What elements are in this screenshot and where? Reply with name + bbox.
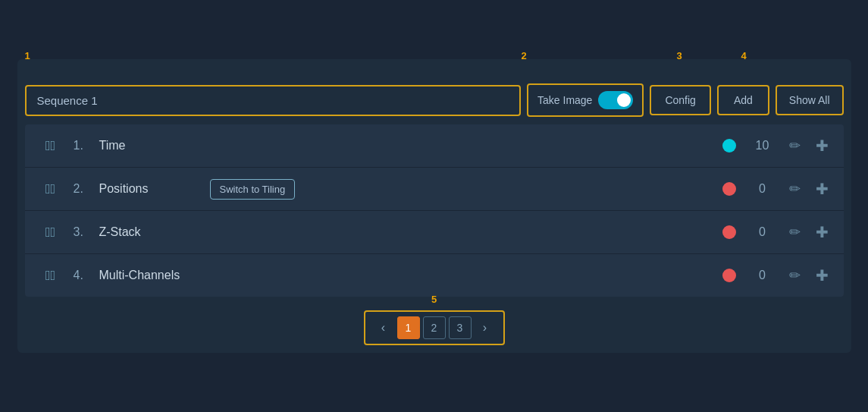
header-row: Take Image Config Add Show All bbox=[25, 83, 844, 117]
status-dot-1 bbox=[722, 139, 736, 153]
move-icon-2[interactable]: ✚ bbox=[816, 180, 829, 198]
pagination-next[interactable]: › bbox=[475, 317, 496, 338]
pagination-page-1[interactable]: 1 bbox=[397, 316, 420, 339]
switch-to-tiling-button[interactable]: Switch to Tiling bbox=[210, 179, 296, 200]
seq-count-3: 0 bbox=[751, 225, 774, 239]
pagination: ‹ 1 2 3 › bbox=[364, 310, 505, 345]
config-button[interactable]: Config bbox=[650, 85, 710, 115]
seq-name-4: Multi-Channels bbox=[99, 269, 198, 282]
edit-icon-3[interactable]: ✏ bbox=[789, 224, 801, 241]
edit-icon-1[interactable]: ✏ bbox=[789, 137, 801, 154]
seq-count-1: 10 bbox=[751, 139, 774, 153]
seq-name-1: Time bbox=[99, 139, 198, 153]
move-icon-3[interactable]: ✚ bbox=[816, 223, 829, 241]
seq-num-2: 2. bbox=[74, 182, 95, 196]
take-image-toggle[interactable] bbox=[598, 91, 633, 109]
table-row: ✓⃝ 1. Time 10 ✏ ✚ bbox=[25, 124, 844, 168]
move-icon-4[interactable]: ✚ bbox=[816, 266, 829, 285]
pagination-page-2[interactable]: 2 bbox=[423, 316, 446, 339]
check-icon-1: ✓⃝ bbox=[40, 135, 61, 156]
show-all-button[interactable]: Show All bbox=[776, 85, 844, 115]
toggle-track bbox=[598, 91, 633, 109]
table-row: ✓⃝ 4. Multi-Channels 0 ✏ ✚ bbox=[25, 254, 844, 297]
toggle-thumb bbox=[617, 93, 631, 107]
check-icon-4: ✓⃝ bbox=[40, 265, 61, 286]
seq-name-2: Positions bbox=[99, 182, 198, 196]
pagination-prev[interactable]: ‹ bbox=[373, 317, 394, 338]
check-icon-3: ✓⃝ bbox=[40, 222, 61, 243]
add-button[interactable]: Add bbox=[717, 85, 769, 115]
status-dot-4 bbox=[722, 269, 736, 282]
edit-icon-2[interactable]: ✏ bbox=[789, 181, 801, 197]
seq-num-1: 1. bbox=[74, 139, 95, 153]
table-row: ✓⃝ 2. Positions Switch to Tiling 0 ✏ ✚ bbox=[25, 168, 844, 211]
seq-name-3: Z-Stack bbox=[99, 225, 198, 239]
status-dot-3 bbox=[722, 225, 736, 239]
seq-count-2: 0 bbox=[751, 182, 774, 196]
section-label-4: 4 bbox=[741, 50, 747, 61]
pagination-wrapper: 5 ‹ 1 2 3 › bbox=[25, 310, 844, 345]
edit-icon-4[interactable]: ✏ bbox=[789, 267, 801, 284]
seq-count-4: 0 bbox=[751, 269, 774, 282]
check-icon-2: ✓⃝ bbox=[40, 178, 61, 200]
section-label-3: 3 bbox=[677, 50, 682, 61]
take-image-box: Take Image bbox=[527, 83, 644, 117]
table-row: ✓⃝ 3. Z-Stack 0 ✏ ✚ bbox=[25, 211, 844, 254]
seq-num-3: 3. bbox=[74, 225, 95, 239]
seq-num-4: 4. bbox=[74, 269, 95, 282]
take-image-label: Take Image bbox=[537, 94, 592, 106]
sequence-input[interactable] bbox=[25, 85, 522, 116]
pagination-page-3[interactable]: 3 bbox=[449, 316, 472, 339]
sequence-list: ✓⃝ 1. Time 10 ✏ ✚ ✓⃝ 2. Positions Switch… bbox=[25, 124, 844, 297]
section-label-2: 2 bbox=[522, 50, 527, 61]
section-label-1: 1 bbox=[25, 50, 30, 61]
status-dot-2 bbox=[722, 182, 736, 196]
move-icon-1[interactable]: ✚ bbox=[816, 137, 829, 155]
section-label-5: 5 bbox=[431, 294, 437, 305]
